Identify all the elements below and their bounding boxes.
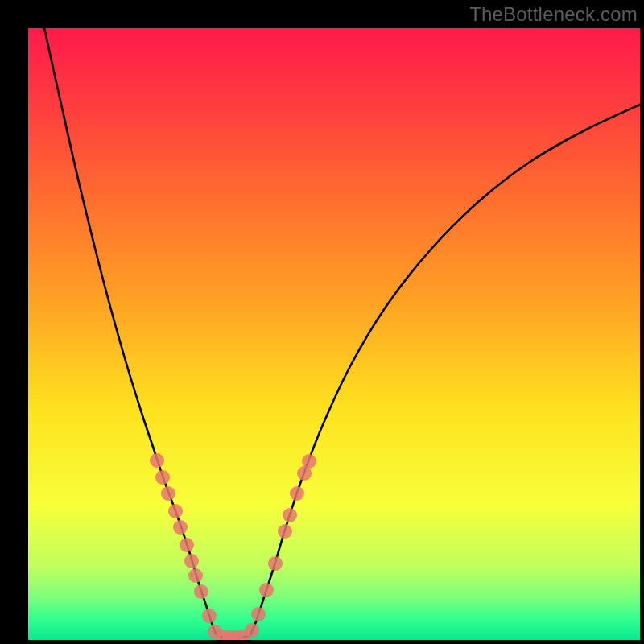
marker-point <box>155 470 170 485</box>
curve-right-branch <box>250 105 640 636</box>
marker-point <box>259 583 274 597</box>
marker-point <box>194 584 208 599</box>
marker-point <box>202 609 217 623</box>
outer-frame: TheBottleneck.com <box>0 0 644 644</box>
marker-group <box>150 453 316 640</box>
marker-point <box>268 556 283 571</box>
marker-point <box>278 524 292 539</box>
marker-point <box>188 568 203 583</box>
marker-point <box>302 454 316 469</box>
plot-area <box>28 28 640 640</box>
watermark-text: TheBottleneck.com <box>469 3 638 26</box>
marker-point <box>168 504 183 518</box>
marker-point <box>283 508 297 522</box>
marker-point <box>150 453 164 468</box>
marker-point <box>290 486 304 501</box>
marker-point <box>173 520 188 535</box>
marker-point <box>251 607 266 621</box>
marker-point <box>245 623 259 638</box>
marker-point <box>184 554 199 568</box>
marker-point <box>161 486 175 501</box>
curve-layer <box>28 28 640 640</box>
marker-point <box>180 538 194 552</box>
